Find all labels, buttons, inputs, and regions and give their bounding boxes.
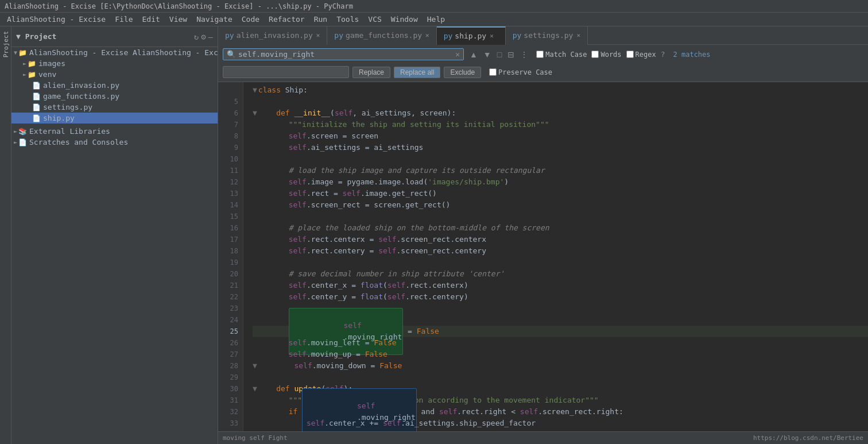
tab-bar: py alien_invasion.py ✕ py game_functions…	[218, 26, 868, 45]
fold-init-icon[interactable]: ▼	[253, 107, 257, 119]
line12-end: )	[504, 176, 509, 188]
tab-close-game[interactable]: ✕	[425, 32, 429, 39]
self-21b: self	[388, 280, 405, 291]
line21-end: .rect.centerx)	[405, 280, 468, 291]
line21-mid2: (	[383, 280, 388, 291]
tree-external-libraries[interactable]: ► 📚 External Libraries	[11, 126, 218, 137]
code-content[interactable]: ▼ class Ship: ▼ def __init__ ( self , ai…	[243, 82, 868, 431]
search-wrap-btn[interactable]: □	[495, 49, 504, 60]
code-line-11: # load the ship image and capture its ou…	[253, 165, 868, 176]
scratches-arrow: ►	[14, 139, 17, 145]
false-26: False	[374, 337, 396, 349]
menu-help[interactable]: Help	[423, 14, 450, 25]
search-clear-icon[interactable]: ✕	[455, 50, 460, 59]
tree-folder-venv[interactable]: ► 📁 venv	[11, 69, 218, 80]
tab-close-settings[interactable]: ✕	[576, 32, 580, 39]
init-fname: __init__	[294, 107, 330, 119]
menu-code[interactable]: Code	[237, 14, 264, 25]
fold-update-icon[interactable]: ▼	[253, 383, 257, 395]
menu-run[interactable]: Run	[309, 14, 332, 25]
gear-icon[interactable]: ⚙	[201, 32, 206, 41]
replace-button[interactable]: Replace	[352, 67, 390, 78]
regex-label: Regex	[636, 51, 656, 59]
fold-class-icon[interactable]: ▼	[253, 84, 257, 96]
search-options-btn[interactable]: ⋮	[518, 49, 530, 60]
tree-folder-images[interactable]: ► 📁 images	[11, 58, 218, 69]
tab-settings[interactable]: py settings.py ✕	[506, 26, 588, 45]
exclude-button[interactable]: Exclude	[444, 67, 481, 78]
words-option[interactable]: Words	[591, 51, 621, 59]
tab-game-functions[interactable]: py game_functions.py ✕	[327, 26, 436, 45]
comment-11: # load the ship image and capture its ou…	[289, 165, 545, 176]
code-editor[interactable]: 5 6 7 8 9 10 11 12 13 14 15 16 17 18 19 …	[218, 82, 868, 431]
tab-icon-ship: py	[444, 32, 453, 40]
main-layout: Project ▼ Project ↻ ⚙ — ▼ 📁 AlianShootin…	[0, 26, 868, 444]
code-line-17: self .rect.centerx = self .screen_rect.c…	[253, 234, 868, 245]
images-folder-label: images	[38, 59, 65, 68]
line27-indent	[253, 349, 289, 360]
line21-mid: .center_x =	[307, 280, 361, 291]
menu-tools[interactable]: Tools	[332, 14, 363, 25]
tab-close-ship[interactable]: ✕	[490, 32, 494, 40]
line-num-19: 19	[223, 257, 238, 268]
tree-file-alien-invasion[interactable]: 📄 alien_invasion.py	[11, 80, 218, 91]
line6-indent	[258, 107, 276, 119]
match-case-option[interactable]: Match Case	[536, 51, 587, 59]
comment-16: # place the loaded ship on the bottom-mi…	[289, 222, 549, 234]
search-nav-buttons: ▲ ▼ □ ⊟ ⋮	[467, 49, 530, 60]
preserve-case-checkbox[interactable]	[489, 68, 497, 76]
line-num-15: 15	[223, 211, 238, 222]
external-libraries-label: External Libraries	[29, 127, 110, 136]
tree-scratches[interactable]: ► 📄 Scratches and Consoles	[11, 137, 218, 148]
line-num-12: 12	[223, 176, 238, 188]
replace-all-button[interactable]: Replace all	[394, 67, 440, 78]
zero-34: 0	[473, 429, 478, 431]
search-next-btn[interactable]: ▼	[481, 49, 494, 60]
match-case-checkbox[interactable]	[536, 51, 544, 58]
minimize-icon[interactable]: —	[208, 32, 213, 41]
tree-root-project[interactable]: ▼ 📁 AlianShooting - Excise AlianShooting…	[11, 47, 218, 58]
tab-close-alien[interactable]: ✕	[316, 32, 320, 39]
regex-option[interactable]: Regex	[626, 51, 656, 59]
menu-view[interactable]: View	[165, 14, 192, 25]
menu-refactor[interactable]: Refactor	[264, 14, 309, 25]
search-prev-btn[interactable]: ▲	[467, 49, 480, 60]
tree-file-ship[interactable]: 📄 ship.py	[11, 113, 218, 123]
menu-alianshooting[interactable]: AlianShooting - Excise	[2, 14, 110, 25]
tree-file-game-functions[interactable]: 📄 game_functions.py	[11, 91, 218, 102]
code-line-32: if self .moving_right and self .rect.rig…	[253, 406, 868, 418]
status-url: https://blog.csdn.net/Bertiee	[753, 434, 863, 442]
menu-file[interactable]: File	[110, 14, 137, 25]
line7-indent	[253, 119, 289, 130]
regex-help-icon[interactable]: ?	[661, 50, 665, 59]
project-dropdown-icon[interactable]: ▼	[16, 32, 21, 41]
line8-indent	[253, 130, 289, 142]
line28-fold[interactable]: ▼	[253, 360, 257, 372]
code-line-34: if self .moving_left and self .rect.left…	[253, 429, 868, 431]
preserve-case-option[interactable]: Preserve Case	[489, 68, 552, 76]
line-num-27: 27	[223, 349, 238, 360]
menu-edit[interactable]: Edit	[138, 14, 165, 25]
line-num-26: 26	[223, 337, 238, 349]
replace-input[interactable]	[227, 68, 345, 76]
words-checkbox[interactable]	[591, 51, 599, 58]
search-input[interactable]	[238, 50, 453, 59]
project-strip-tab[interactable]: Project	[0, 26, 11, 62]
search-infile-btn[interactable]: ⊟	[505, 49, 517, 60]
menu-window[interactable]: Window	[386, 14, 423, 25]
search-options: Match Case Words Regex ?	[536, 50, 665, 59]
menu-bar: AlianShooting - Excise File Edit View Na…	[0, 13, 868, 26]
menu-vcs[interactable]: VCS	[363, 14, 386, 25]
sync-icon[interactable]: ↻	[194, 32, 199, 41]
tab-ship[interactable]: py ship.py ✕	[437, 26, 506, 45]
regex-checkbox[interactable]	[626, 51, 634, 58]
line11-indent	[253, 165, 289, 176]
tab-alien-invasion[interactable]: py alien_invasion.py ✕	[218, 26, 327, 45]
menu-navigate[interactable]: Navigate	[192, 14, 237, 25]
tree-file-settings[interactable]: 📄 settings.py	[11, 102, 218, 113]
tab-icon-settings: py	[513, 31, 522, 40]
line22-indent	[253, 291, 289, 303]
code-line-12: self .image = pygame.image.load( 'images…	[253, 176, 868, 188]
float-21: float	[361, 280, 383, 291]
venv-folder-label: venv	[38, 70, 56, 79]
